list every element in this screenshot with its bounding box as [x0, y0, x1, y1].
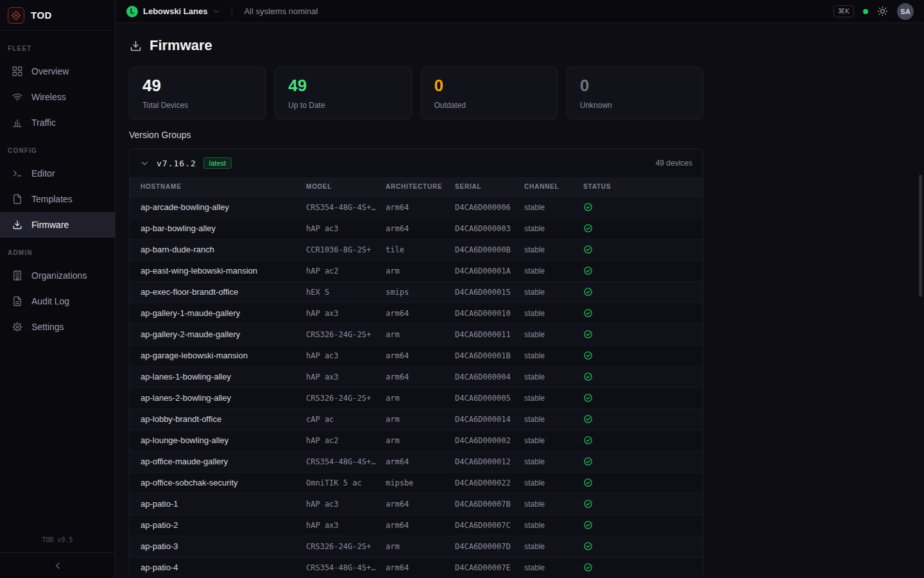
cell-serial: D4CA6D000006 [454, 197, 524, 218]
stat-label: Outdated [434, 101, 544, 110]
table-row[interactable]: ap-east-wing-lebowski-mansionhAP ac2armD… [130, 260, 703, 281]
column-header: ARCHITECTURE [385, 177, 454, 197]
app-logo-row: TOD [0, 0, 115, 31]
check-circle-icon [583, 351, 593, 360]
sidebar-item-label: Firmware [31, 220, 69, 230]
sidebar-item-organizations[interactable]: Organizations [0, 263, 115, 288]
sidebar-collapse-button[interactable] [0, 552, 115, 578]
sidebar-item-overview[interactable]: Overview [0, 58, 115, 84]
cell-channel: stable [524, 514, 583, 536]
cell-hostname: ap-gallery-2-maude-gallery [130, 324, 305, 345]
table-row[interactable]: ap-gallery-2-maude-galleryCRS326-24G-2S+… [130, 324, 703, 345]
table-row[interactable]: ap-barn-dude-ranchCCR1036-8G-2S+tileD4CA… [130, 239, 703, 260]
sidebar-item-firmware[interactable]: Firmware [0, 212, 115, 238]
stat-value: 0 [580, 77, 690, 94]
sidebar-item-editor[interactable]: Editor [0, 161, 115, 186]
cell-architecture: arm [385, 430, 454, 451]
table-row[interactable]: ap-patio-4CRS354-48G-4S+…arm64D4CA6D0000… [130, 557, 703, 578]
cell-model: CRS326-24G-2S+ [305, 536, 385, 557]
sidebar-item-audit-log[interactable]: Audit Log [0, 288, 115, 314]
terminal-icon [12, 168, 23, 179]
column-header: HOSTNAME [130, 177, 305, 197]
sidebar-nav: FLEET Overview Wireless Traffic CONFIG E… [0, 31, 115, 536]
check-circle-icon [583, 372, 593, 381]
section-title: Version Groups [129, 130, 703, 140]
column-header: SERIAL [454, 177, 524, 197]
sidebar-item-settings[interactable]: Settings [0, 314, 115, 340]
sidebar-item-templates[interactable]: Templates [0, 186, 115, 212]
org-switcher[interactable]: L Lebowski Lanes [126, 6, 220, 17]
table-row[interactable]: ap-garage-lebowski-mansionhAP ac3arm64D4… [130, 345, 703, 366]
main-area: L Lebowski Lanes All systems nominal ⌘K … [116, 0, 924, 578]
device-count: 49 devices [656, 159, 692, 168]
page-content: Firmware 49 Total Devices 49 Up to Date … [116, 23, 924, 578]
table-row[interactable]: ap-gallery-1-maude-galleryhAP ax3arm64D4… [130, 302, 703, 324]
check-circle-icon [583, 457, 593, 466]
check-circle-icon [583, 520, 593, 530]
cell-status [583, 387, 703, 408]
cell-status [583, 451, 703, 472]
cell-hostname: ap-patio-2 [130, 514, 305, 536]
topbar-separator [232, 6, 232, 17]
sidebar-item-wireless[interactable]: Wireless [0, 84, 115, 110]
cell-architecture: arm [385, 260, 454, 281]
table-row[interactable]: ap-lanes-2-bowling-alleyCRS326-24G-2S+ar… [130, 387, 703, 408]
cell-architecture: arm64 [385, 451, 454, 472]
cell-architecture: mipsbe [385, 472, 454, 493]
cell-model: hAP ax3 [305, 302, 385, 324]
check-circle-icon [583, 541, 593, 551]
table-row[interactable]: ap-office-sobchak-securityOmniTIK 5 acmi… [130, 472, 703, 493]
version-group-header[interactable]: v7.16.2 latest 49 devices [130, 149, 703, 177]
cell-serial: D4CA6D000022 [454, 472, 524, 493]
app-logo-icon [8, 7, 24, 24]
download-icon [12, 219, 23, 231]
cell-architecture: arm64 [385, 218, 454, 239]
table-row[interactable]: ap-patio-3CRS326-24G-2S+armD4CA6D00007Ds… [130, 536, 703, 557]
cell-model: CRS326-24G-2S+ [305, 324, 385, 345]
stat-value: 0 [434, 77, 544, 94]
sidebar: TOD FLEET Overview Wireless Traffic CONF… [0, 0, 116, 578]
cell-hostname: ap-office-sobchak-security [130, 472, 305, 493]
cell-channel: stable [524, 536, 583, 557]
user-avatar[interactable]: SA [897, 3, 914, 20]
sidebar-item-label: Settings [31, 322, 64, 332]
cell-architecture: arm64 [385, 302, 454, 324]
cell-channel: stable [524, 366, 583, 387]
command-palette-shortcut[interactable]: ⌘K [834, 5, 854, 17]
app-name: TOD [31, 10, 52, 21]
cell-model: CRS354-48G-4S+… [305, 451, 385, 472]
cell-channel: stable [524, 387, 583, 408]
cell-serial: D4CA6D00007B [454, 493, 524, 514]
cell-channel: stable [524, 281, 583, 302]
version-group-panel: v7.16.2 latest 49 devices HOSTNAMEMODELA… [129, 148, 703, 578]
cell-channel: stable [524, 557, 583, 578]
table-row[interactable]: ap-patio-2hAP ax3arm64D4CA6D00007Cstable [130, 514, 703, 536]
chevron-left-icon [53, 561, 63, 571]
table-row[interactable]: ap-arcade-bowling-alleyCRS354-48G-4S+…ar… [130, 197, 703, 218]
nav-section-fleet: FLEET [0, 33, 115, 58]
cell-channel: stable [524, 324, 583, 345]
page-scrollbar[interactable] [919, 175, 922, 297]
table-row[interactable]: ap-lounge-bowling-alleyhAP ac2armD4CA6D0… [130, 430, 703, 451]
table-row[interactable]: ap-lanes-1-bowling-alleyhAP ax3arm64D4CA… [130, 366, 703, 387]
sidebar-item-traffic[interactable]: Traffic [0, 110, 115, 136]
nav-section-config: CONFIG [0, 136, 115, 161]
cell-status [583, 302, 703, 324]
cell-channel: stable [524, 472, 583, 493]
table-row[interactable]: ap-bar-bowling-alleyhAP ac3arm64D4CA6D00… [130, 218, 703, 239]
stat-value: 49 [142, 77, 252, 94]
chevron-down-icon[interactable] [140, 159, 150, 168]
stat-value: 49 [288, 77, 398, 94]
bar-chart-icon [12, 117, 23, 128]
table-row[interactable]: ap-exec-floor-brandt-officehEX SsmipsD4C… [130, 281, 703, 302]
version-label: v7.16.2 [157, 159, 196, 168]
cell-architecture: arm [385, 536, 454, 557]
cell-architecture: arm64 [385, 345, 454, 366]
cell-status [583, 557, 703, 578]
table-row[interactable]: ap-lobby-brandt-officecAP acarmD4CA6D000… [130, 408, 703, 430]
sun-icon[interactable] [877, 6, 888, 17]
table-row[interactable]: ap-patio-1hAP ac3arm64D4CA6D00007Bstable [130, 493, 703, 514]
table-row[interactable]: ap-office-maude-galleryCRS354-48G-4S+…ar… [130, 451, 703, 472]
cell-serial: D4CA6D00007E [454, 557, 524, 578]
device-table-body: ap-arcade-bowling-alleyCRS354-48G-4S+…ar… [130, 197, 703, 578]
